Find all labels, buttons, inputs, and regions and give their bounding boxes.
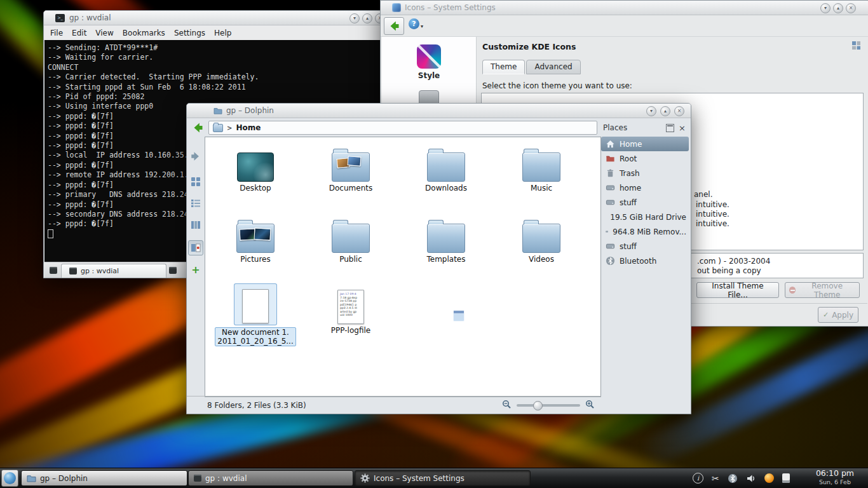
task-dolphin[interactable]: gp – Dolphin xyxy=(21,470,187,486)
terminal-line: --> Pid of pppd: 25082 xyxy=(48,92,390,102)
terminal-minimize-button[interactable]: ▾ xyxy=(349,13,360,24)
icon-grid: Desktop Documents Downloads Music Pictur… xyxy=(208,141,589,355)
folder-item-documents[interactable]: Documents xyxy=(303,141,398,212)
install-theme-button[interactable]: Install Theme File... xyxy=(696,282,779,298)
place-removable-drive[interactable]: 964.8 MiB Remov... xyxy=(601,224,689,239)
folder-item-videos[interactable]: Videos xyxy=(494,212,589,283)
places-close-button[interactable]: × xyxy=(679,124,686,132)
dolphin-close-button[interactable]: × xyxy=(674,106,684,116)
add-button[interactable]: + xyxy=(189,262,203,276)
drag-ghost-icon xyxy=(453,310,465,322)
bluetooth-tray-icon[interactable] xyxy=(728,473,738,484)
menu-help[interactable]: Help xyxy=(214,29,231,37)
places-float-button[interactable] xyxy=(666,124,674,132)
tab-list-button[interactable] xyxy=(167,264,179,276)
dolphin-maximize-button[interactable]: ▴ xyxy=(660,106,670,116)
drive-icon xyxy=(606,227,608,236)
dolphin-back-button[interactable] xyxy=(190,121,205,135)
tab-list-icon xyxy=(169,267,177,274)
dolphin-title: gp – Dolphin xyxy=(226,106,274,115)
file-item-new-document[interactable]: New document 1. 2011_01_20_16_5... xyxy=(208,283,303,355)
dolphin-view[interactable]: Desktop Documents Downloads Music Pictur… xyxy=(205,137,601,397)
columns-view-button[interactable] xyxy=(189,218,203,232)
apply-button[interactable]: ✓ Apply xyxy=(818,307,858,323)
place-label: stuff xyxy=(620,198,637,207)
place-hard-drive[interactable]: 19.5 GiB Hard Drive xyxy=(601,210,689,224)
tab-advanced[interactable]: Advanced xyxy=(526,60,580,74)
theme-list-text: anel. xyxy=(694,190,713,199)
place-home[interactable]: Home xyxy=(601,137,689,151)
tab-theme[interactable]: Theme xyxy=(482,60,525,74)
folder-icon xyxy=(27,474,36,482)
notifications-icon[interactable]: i xyxy=(693,473,703,484)
settings-toolbar: ? ▾ xyxy=(381,15,868,37)
taskbar: gp – Dolphin gp : wvdial Icons – System … xyxy=(0,468,868,488)
overview-icon[interactable] xyxy=(851,41,861,53)
grid-icon xyxy=(851,41,861,50)
folder-item-public[interactable]: Public xyxy=(303,212,398,283)
volume-icon[interactable] xyxy=(746,473,756,484)
folder-item-music[interactable]: Music xyxy=(494,141,589,212)
settings-titlebar[interactable]: Icons – System Settings ▾ ▴ × xyxy=(381,1,868,15)
forward-button[interactable] xyxy=(189,149,203,163)
split-view-button[interactable] xyxy=(188,240,203,255)
clock[interactable]: 06:10 pm Sun, 6 Feb xyxy=(816,469,854,487)
settings-back-button[interactable] xyxy=(384,17,404,35)
drive-icon xyxy=(606,241,615,251)
dolphin-minimize-button[interactable]: ▾ xyxy=(646,106,656,116)
settings-close-button[interactable]: × xyxy=(846,3,856,13)
place-bluetooth[interactable]: Bluetooth xyxy=(601,254,689,268)
menu-view[interactable]: View xyxy=(95,29,113,37)
details-view-button[interactable] xyxy=(189,196,203,210)
zoom-out-button[interactable] xyxy=(502,400,512,411)
terminal-session-tab[interactable]: gp : wvdial xyxy=(61,264,166,278)
menu-file[interactable]: File xyxy=(50,29,63,37)
folder-item-templates[interactable]: Templates xyxy=(398,212,494,283)
device-notifier-icon[interactable] xyxy=(782,473,790,483)
breadcrumb[interactable]: > Home xyxy=(208,121,597,135)
dolphin-titlebar[interactable]: gp – Dolphin ▾ ▴ × xyxy=(187,104,691,118)
menu-settings[interactable]: Settings xyxy=(174,29,205,37)
place-stuff[interactable]: stuff xyxy=(601,195,689,210)
terminal-maximize-button[interactable]: ▴ xyxy=(362,13,372,24)
place-stuff-2[interactable]: stuff xyxy=(601,239,689,254)
new-tab-button[interactable] xyxy=(48,264,59,276)
task-system-settings[interactable]: Icons – System Settings xyxy=(355,470,531,486)
item-label-line1: New document 1. xyxy=(217,328,293,337)
remove-theme-button[interactable]: Remove Theme xyxy=(785,282,860,298)
zoom-slider-handle[interactable] xyxy=(533,401,543,410)
folder-item-pictures[interactable]: Pictures xyxy=(208,212,303,283)
document-icon xyxy=(242,289,269,323)
places-panel-header: Places × xyxy=(603,121,686,135)
place-trash[interactable]: Trash xyxy=(601,166,689,180)
clock-time: 06:10 pm xyxy=(816,469,854,478)
place-label: 19.5 GiB Hard Drive xyxy=(610,213,686,222)
place-root[interactable]: Root xyxy=(601,151,689,166)
zoom-in-button[interactable] xyxy=(585,400,595,411)
task-wvdial[interactable]: gp : wvdial xyxy=(188,470,353,486)
settings-minimize-button[interactable]: ▾ xyxy=(820,3,831,13)
menu-edit[interactable]: Edit xyxy=(72,29,86,37)
settings-maximize-button[interactable]: ▴ xyxy=(833,3,843,13)
help-button[interactable]: ? ▾ xyxy=(409,18,423,29)
folder-item-downloads[interactable]: Downloads xyxy=(398,141,494,212)
style-label[interactable]: Style xyxy=(418,71,440,80)
klipper-icon[interactable]: ✂ xyxy=(712,473,719,484)
forward-arrow-icon xyxy=(190,151,201,162)
plus-icon: + xyxy=(191,264,200,276)
menu-bookmarks[interactable]: Bookmarks xyxy=(123,29,165,37)
file-item-ppp-logfile[interactable]: Jan 17 09:4 7:18 gp-Asp ire-5738 pp pd[1… xyxy=(303,283,398,355)
breadcrumb-location[interactable]: Home xyxy=(236,123,261,132)
zoom-slider[interactable] xyxy=(517,404,580,407)
style-icon[interactable] xyxy=(417,44,441,69)
icons-view-button[interactable] xyxy=(189,175,203,189)
kde-menu-button[interactable] xyxy=(1,470,18,487)
apply-label: Apply xyxy=(832,311,853,320)
place-home-partition[interactable]: home xyxy=(601,180,689,195)
folder-item-desktop[interactable]: Desktop xyxy=(208,141,303,212)
place-label: 964.8 MiB Remov... xyxy=(613,227,686,236)
item-label: Videos xyxy=(529,255,554,264)
terminal-titlebar[interactable]: >_ gp : wvdial ▾ ▴ × xyxy=(44,11,390,25)
tab-label: gp : wvdial xyxy=(81,267,119,275)
updates-icon[interactable] xyxy=(764,473,774,483)
